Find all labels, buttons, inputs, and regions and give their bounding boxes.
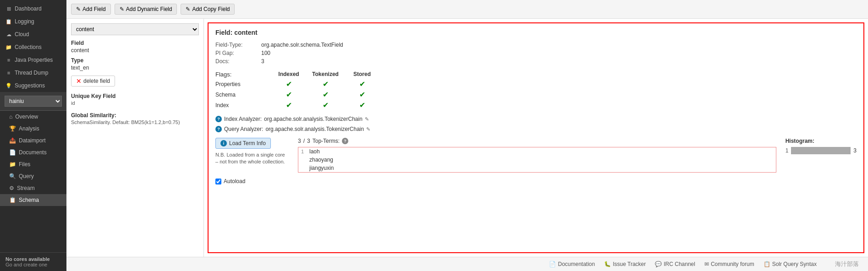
overview-icon: ⌂ [9, 114, 12, 120]
schema-indexed-check: ✔ [286, 90, 292, 99]
field-type-row: Field-Type: org.apache.solr.schema.TextF… [215, 42, 857, 48]
add-field-icon: ✎ [76, 6, 81, 12]
load-term-info-button[interactable]: i Load Term Info [215, 138, 271, 149]
query-analyzer-help-icon: ? [215, 126, 222, 132]
sub-nav-files[interactable]: 📁 Files [0, 158, 66, 170]
flags-header: Flags: Indexed Tokenized Stored [215, 71, 857, 78]
sub-nav-schema[interactable]: 📋 Schema [0, 194, 66, 206]
field-selector[interactable]: content [71, 23, 199, 35]
pi-gap-row: PI Gap: 100 [215, 50, 857, 56]
docs-row: Docs: 3 [215, 58, 857, 65]
no-cores-label: No cores available [5, 256, 61, 262]
sidebar-nav: ⊞ Dashboard 📋 Logging ☁ Cloud 📁 Collecti… [0, 0, 66, 252]
irc-channel-link[interactable]: 💬 IRC Channel [655, 261, 695, 267]
issue-tracker-link[interactable]: 🐛 Issue Tracker [604, 261, 646, 267]
field-title: Field: content [215, 29, 857, 36]
footer-brand: 海汁部落 [835, 260, 859, 268]
top-terms-label: Top-Terms: [313, 138, 340, 144]
sidebar-item-cloud[interactable]: ☁ Cloud [0, 28, 66, 41]
sidebar-item-collections[interactable]: 📁 Collections [0, 41, 66, 54]
histogram-bar-val: 3 [853, 147, 857, 154]
add-dynamic-field-icon: ✎ [120, 6, 124, 12]
autoload-label: Autoload [224, 178, 245, 184]
dataimport-icon: 📤 [9, 137, 16, 144]
index-analyzer-row: ? Index Analyzer: org.apache.solr.analys… [215, 116, 857, 122]
flags-key-label: Flags: [215, 71, 270, 78]
query-analyzer-edit-icon[interactable]: ✎ [366, 126, 370, 132]
properties-stored-check: ✔ [359, 80, 365, 88]
index-analyzer-edit-icon[interactable]: ✎ [365, 116, 369, 122]
schema-tokenized-check: ✔ [323, 90, 329, 99]
docs-val: 3 [261, 58, 264, 65]
sidebar-item-java-properties[interactable]: ≡ Java Properties [0, 54, 66, 66]
index-flags-row: Index ✔ ✔ ✔ [215, 101, 857, 109]
nb-text: N.B. Loaded from a single core – not fro… [215, 152, 289, 166]
sidebar-item-suggestions[interactable]: 💡 Suggestions [0, 79, 66, 92]
sub-nav-documents[interactable]: 📄 Documents [0, 146, 66, 158]
sidebar-item-dashboard[interactable]: ⊞ Dashboard [0, 2, 66, 15]
sidebar-item-logging[interactable]: 📋 Logging [0, 15, 66, 28]
sidebar-item-thread-dump[interactable]: ≡ Thread Dump [0, 66, 66, 79]
query-analyzer-row: ? Query Analyzer: org.apache.solr.analys… [215, 126, 857, 132]
sub-nav-query[interactable]: 🔍 Query [0, 170, 66, 182]
query-icon: 🔍 [9, 173, 16, 179]
top-terms-total: 3 [307, 138, 310, 144]
toolbar: ✎ Add Field ✎ Add Dynamic Field ✎ Add Co… [66, 0, 868, 19]
files-icon: 📁 [9, 161, 16, 168]
go-create-label: Go and create one [5, 262, 61, 267]
properties-flags-row: Properties ✔ ✔ ✔ [215, 80, 857, 88]
field-type-val: org.apache.solr.schema.TextField [261, 42, 343, 48]
solr-query-syntax-icon: 📋 [764, 261, 770, 267]
sub-nav-overview[interactable]: ⌂ Overview [0, 111, 66, 123]
sidebar-footer: No cores available Go and create one [0, 252, 66, 271]
core-select[interactable]: hainiu [5, 96, 62, 107]
histogram-section: Histogram: 1 3 [786, 138, 857, 154]
left-term-area: i Load Term Info N.B. Loaded from a sing… [215, 138, 289, 166]
index-analyzer-label: Index Analyzer: [224, 116, 262, 122]
cloud-icon: ☁ [5, 31, 12, 38]
field-value: content [71, 47, 199, 54]
add-copy-field-button[interactable]: ✎ Add Copy Field [181, 4, 235, 15]
sub-nav-stream[interactable]: ⚙ Stream [0, 182, 66, 194]
irc-channel-icon: 💬 [655, 261, 662, 267]
add-dynamic-field-button[interactable]: ✎ Add Dynamic Field [115, 4, 177, 15]
analysis-icon: 🏆 [9, 125, 16, 132]
add-field-button[interactable]: ✎ Add Field [71, 4, 111, 15]
histogram-num: 1 [786, 147, 789, 154]
add-copy-field-icon: ✎ [186, 6, 190, 12]
issue-tracker-icon: 🐛 [604, 261, 611, 267]
pi-gap-val: 100 [261, 50, 270, 56]
documents-icon: 📄 [9, 149, 16, 156]
sidebar: ⊞ Dashboard 📋 Logging ☁ Cloud 📁 Collecti… [0, 0, 66, 271]
term-row-1: 1 laoh [298, 147, 776, 156]
thread-dump-icon: ≡ [5, 70, 12, 76]
field-detail-panel: Field: content Field-Type: org.apache.so… [208, 22, 864, 253]
histogram-row: 1 3 [786, 147, 857, 154]
stream-icon: ⚙ [9, 185, 14, 191]
sub-nav-dataimport[interactable]: 📤 Dataimport [0, 135, 66, 146]
autoload-checkbox[interactable] [215, 179, 221, 184]
query-analyzer-label: Query Analyzer: [224, 126, 263, 132]
top-terms-help-icon: ? [342, 138, 348, 144]
left-panel: content Field content Type text_en ✕ del… [66, 19, 204, 257]
histogram-bar [791, 147, 851, 154]
community-forum-link[interactable]: ✉ Community forum [704, 261, 754, 267]
sub-nav-analysis[interactable]: 🏆 Analysis [0, 123, 66, 135]
unique-key-value: id [71, 100, 199, 106]
index-tokenized-check: ✔ [323, 101, 329, 109]
index-stored-check: ✔ [359, 101, 365, 109]
info-table: Field-Type: org.apache.solr.schema.TextF… [215, 42, 857, 65]
solr-query-syntax-link[interactable]: 📋 Solr Query Syntax [764, 261, 817, 267]
documentation-link[interactable]: 📄 Documentation [549, 261, 595, 267]
flags-table: Flags: Indexed Tokenized Stored Properti… [215, 71, 857, 109]
top-terms-header: 3 / 3 Top-Terms: ? [298, 138, 776, 144]
suggestions-icon: 💡 [5, 82, 12, 89]
stored-header: Stored [344, 71, 380, 78]
delete-field-button[interactable]: ✕ delete field [71, 76, 115, 87]
schema-flags-row: Schema ✔ ✔ ✔ [215, 90, 857, 99]
java-properties-icon: ≡ [5, 57, 12, 63]
delete-icon: ✕ [76, 77, 82, 85]
autoload-row: Autoload [215, 178, 857, 184]
top-terms-count: 3 [298, 138, 301, 144]
term-info-section: i Load Term Info N.B. Loaded from a sing… [215, 138, 857, 173]
